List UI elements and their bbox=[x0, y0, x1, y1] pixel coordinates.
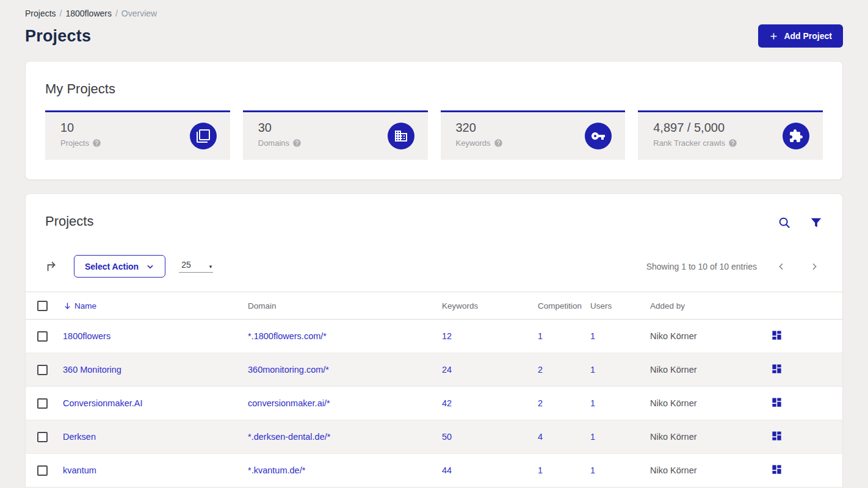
breadcrumb-project-name[interactable]: 1800flowers bbox=[65, 9, 112, 18]
breadcrumb-separator: / bbox=[60, 9, 62, 18]
breadcrumb-current: Overview bbox=[121, 9, 157, 18]
stats-row: 10 Projects 30 Domains bbox=[45, 110, 823, 160]
breadcrumb-separator: / bbox=[115, 9, 118, 18]
search-icon[interactable] bbox=[778, 216, 791, 229]
column-header-domain[interactable]: Domain bbox=[248, 301, 442, 310]
keywords-count-link[interactable]: 12 bbox=[442, 331, 452, 341]
stat-label-domains: Domains bbox=[258, 138, 289, 148]
project-name-link[interactable]: kvantum bbox=[63, 465, 96, 475]
added-by-value: Niko Körner bbox=[650, 465, 764, 475]
page-size-select[interactable]: 25 ▾ bbox=[179, 260, 213, 273]
dashboard-icon[interactable] bbox=[764, 363, 783, 375]
table-row: kvantum *.kvantum.de/* 44 1 1 Niko Körne… bbox=[26, 454, 842, 487]
table-row: 360 Monitoring 360monitoring.com/* 24 2 … bbox=[26, 353, 842, 387]
project-name-link[interactable]: 1800flowers bbox=[63, 331, 110, 341]
column-header-keywords[interactable]: Keywords bbox=[442, 301, 538, 310]
projects-panel: Projects Select Action 25 bbox=[25, 193, 843, 488]
help-icon[interactable] bbox=[292, 138, 302, 148]
row-checkbox[interactable] bbox=[37, 365, 48, 375]
stat-card-domains: 30 Domains bbox=[243, 110, 428, 160]
competition-count-link[interactable]: 4 bbox=[538, 432, 543, 442]
stat-card-keywords: 320 Keywords bbox=[441, 110, 626, 160]
added-by-value: Niko Körner bbox=[650, 331, 764, 341]
stat-label-rank-tracker: Rank Tracker crawls bbox=[653, 138, 725, 148]
page: Projects/1800flowers/Overview Projects A… bbox=[0, 0, 868, 488]
keywords-count-link[interactable]: 42 bbox=[442, 398, 452, 408]
competition-count-link[interactable]: 2 bbox=[538, 365, 543, 375]
projects-table: Name Domain Keywords Competition Users A… bbox=[26, 292, 842, 488]
row-checkbox[interactable] bbox=[37, 331, 48, 342]
stat-value-keywords: 320 bbox=[456, 121, 503, 135]
help-icon[interactable] bbox=[494, 138, 503, 148]
added-by-value: Niko Körner bbox=[650, 398, 764, 408]
projects-copy-icon bbox=[190, 123, 217, 149]
project-name-link[interactable]: Conversionmaker.AI bbox=[63, 398, 143, 408]
sort-arrow-icon bbox=[63, 301, 72, 310]
stat-card-projects: 10 Projects bbox=[45, 110, 230, 160]
select-all-checkbox[interactable] bbox=[37, 301, 48, 311]
page-header: Projects Add Project bbox=[25, 24, 843, 48]
dashboard-icon[interactable] bbox=[764, 329, 783, 341]
project-domain-link[interactable]: 360monitoring.com/* bbox=[248, 365, 329, 375]
table-row: Conversionmaker.AI conversionmaker.ai/* … bbox=[26, 387, 842, 420]
project-domain-link[interactable]: *.kvantum.de/* bbox=[248, 465, 305, 475]
stat-value-projects: 10 bbox=[60, 121, 101, 135]
pagination-next-icon[interactable] bbox=[806, 262, 823, 271]
row-checkbox[interactable] bbox=[37, 398, 48, 409]
project-domain-link[interactable]: *.1800flowers.com/* bbox=[248, 331, 327, 341]
row-checkbox[interactable] bbox=[37, 465, 48, 476]
table-row: 1800flowers *.1800flowers.com/* 12 1 1 N… bbox=[26, 320, 842, 353]
column-header-users[interactable]: Users bbox=[590, 301, 650, 310]
competition-count-link[interactable]: 1 bbox=[538, 331, 543, 341]
project-name-link[interactable]: Derksen bbox=[63, 432, 96, 442]
users-count-link[interactable]: 1 bbox=[590, 331, 595, 341]
my-projects-card: My Projects 10 Projects 30 bbox=[25, 61, 843, 180]
added-by-value: Niko Körner bbox=[650, 432, 764, 442]
users-count-link[interactable]: 1 bbox=[590, 398, 595, 408]
added-by-value: Niko Körner bbox=[650, 365, 764, 375]
keywords-count-link[interactable]: 44 bbox=[442, 465, 452, 475]
filter-icon[interactable] bbox=[809, 216, 823, 229]
stat-text: 30 Domains bbox=[258, 121, 302, 148]
add-project-button[interactable]: Add Project bbox=[758, 24, 843, 48]
users-count-link[interactable]: 1 bbox=[590, 365, 595, 375]
project-domain-link[interactable]: *.derksen-dental.de/* bbox=[248, 432, 330, 442]
stat-card-rank-tracker: 4,897 / 5,000 Rank Tracker crawls bbox=[638, 110, 823, 160]
page-size-value: 25 bbox=[181, 260, 191, 270]
projects-panel-title: Projects bbox=[45, 214, 93, 229]
help-icon[interactable] bbox=[728, 138, 737, 148]
stat-value-rank-tracker: 4,897 / 5,000 bbox=[653, 121, 737, 135]
export-arrow-icon[interactable] bbox=[45, 260, 59, 273]
column-header-name[interactable]: Name bbox=[63, 301, 248, 310]
project-name-link[interactable]: 360 Monitoring bbox=[63, 365, 121, 375]
table-row: Derksen *.derksen-dental.de/* 50 4 1 Nik… bbox=[26, 420, 842, 454]
keywords-count-link[interactable]: 50 bbox=[442, 432, 452, 442]
select-action-dropdown[interactable]: Select Action bbox=[74, 255, 165, 278]
project-domain-link[interactable]: conversionmaker.ai/* bbox=[248, 398, 330, 408]
select-action-label: Select Action bbox=[85, 262, 139, 271]
stat-label-keywords: Keywords bbox=[456, 138, 491, 148]
row-checkbox[interactable] bbox=[37, 432, 48, 442]
column-header-competition[interactable]: Competition bbox=[538, 301, 590, 310]
stat-text: 10 Projects bbox=[60, 121, 101, 148]
plus-icon bbox=[769, 32, 778, 41]
dashboard-icon[interactable] bbox=[764, 430, 783, 442]
stat-text: 320 Keywords bbox=[456, 121, 503, 148]
chevron-down-icon bbox=[146, 262, 154, 271]
page-title: Projects bbox=[25, 27, 91, 46]
puzzle-piece-icon bbox=[783, 123, 809, 149]
table-header-row: Name Domain Keywords Competition Users A… bbox=[26, 292, 842, 320]
users-count-link[interactable]: 1 bbox=[590, 465, 595, 475]
competition-count-link[interactable]: 2 bbox=[538, 398, 543, 408]
keywords-count-link[interactable]: 24 bbox=[442, 365, 452, 375]
help-icon[interactable] bbox=[92, 138, 101, 148]
users-count-link[interactable]: 1 bbox=[590, 432, 595, 442]
column-header-added-by[interactable]: Added by bbox=[650, 301, 764, 310]
my-projects-title: My Projects bbox=[45, 81, 823, 97]
competition-count-link[interactable]: 1 bbox=[538, 465, 543, 475]
pagination-prev-icon[interactable] bbox=[773, 262, 790, 271]
dashboard-icon[interactable] bbox=[764, 464, 783, 475]
table-toolbar: Select Action 25 ▾ Showing 1 to 10 of 10… bbox=[26, 255, 842, 278]
dashboard-icon[interactable] bbox=[764, 396, 783, 408]
breadcrumb-projects[interactable]: Projects bbox=[25, 9, 56, 18]
